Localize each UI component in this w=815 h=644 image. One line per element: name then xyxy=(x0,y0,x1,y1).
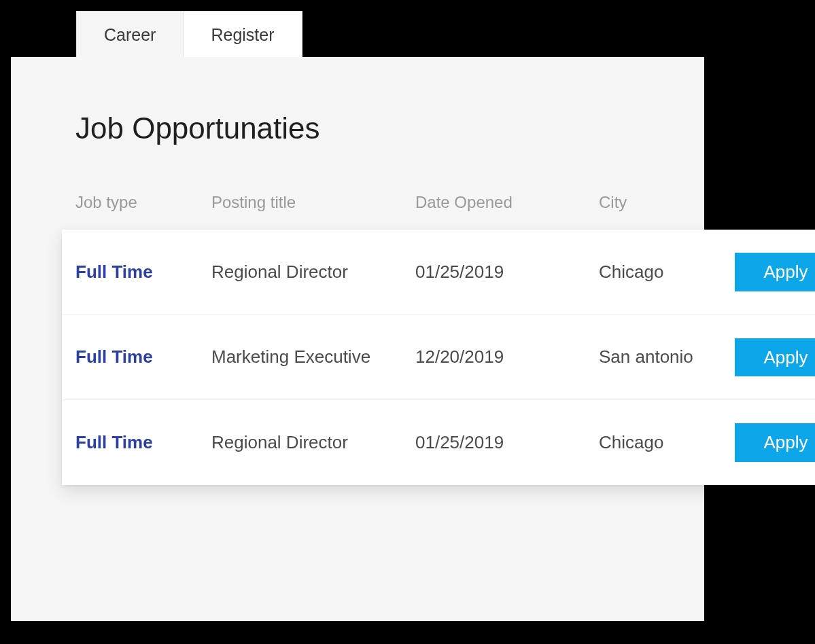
cell-city: Chicago xyxy=(599,432,735,453)
cell-action: Apply xyxy=(735,423,815,462)
cell-action: Apply xyxy=(735,338,815,377)
content-panel: Job Opportunaties Job type Posting title… xyxy=(11,57,704,621)
col-header-action xyxy=(735,193,815,212)
col-header-posting-title: Posting title xyxy=(211,193,415,212)
apply-button[interactable]: Apply xyxy=(735,338,815,377)
apply-button[interactable]: Apply xyxy=(735,423,815,462)
cell-posting-title: Marketing Executive xyxy=(211,346,415,368)
cell-job-type: Full Time xyxy=(75,432,211,453)
cell-date-opened: 01/25/2019 xyxy=(415,432,599,453)
cell-action: Apply xyxy=(735,253,815,291)
col-header-city: City xyxy=(599,193,735,212)
tab-career[interactable]: Career xyxy=(76,11,183,57)
col-header-date-opened: Date Opened xyxy=(415,193,599,212)
tab-bar: Career Register xyxy=(76,11,813,57)
col-header-job-type: Job type xyxy=(75,193,211,212)
table-row: Full Time Regional Director 01/25/2019 C… xyxy=(62,230,815,315)
apply-button[interactable]: Apply xyxy=(735,253,815,291)
table-row: Full Time Regional Director 01/25/2019 C… xyxy=(62,399,815,485)
cell-posting-title: Regional Director xyxy=(211,432,415,453)
table-row: Full Time Marketing Executive 12/20/2019… xyxy=(62,315,815,400)
cell-date-opened: 12/20/2019 xyxy=(415,346,599,368)
jobs-table: Job type Posting title Date Opened City … xyxy=(62,193,704,485)
page-title: Job Opportunaties xyxy=(75,111,704,145)
cell-city: Chicago xyxy=(599,262,735,283)
tab-register[interactable]: Register xyxy=(183,11,302,57)
table-header-row: Job type Posting title Date Opened City xyxy=(62,193,704,212)
cell-job-type: Full Time xyxy=(75,262,211,283)
table-body: Full Time Regional Director 01/25/2019 C… xyxy=(62,230,815,485)
cell-date-opened: 01/25/2019 xyxy=(415,262,599,283)
cell-posting-title: Regional Director xyxy=(211,262,415,283)
cell-job-type: Full Time xyxy=(75,346,211,368)
cell-city: San antonio xyxy=(599,346,735,368)
